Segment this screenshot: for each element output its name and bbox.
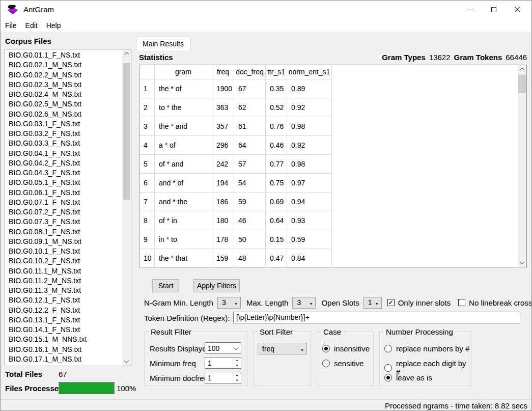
corpus-file-item[interactable]: BIO.G0.01.1_F_NS.txt <box>5 50 122 60</box>
ngram-min-length-select[interactable]: 3 <box>217 297 241 309</box>
corpus-file-item[interactable]: BIO.G0.02.3_M_NS.txt <box>5 80 122 90</box>
open-slots-label: Open Slots <box>321 298 359 307</box>
max-length-select[interactable]: 3 <box>292 297 316 309</box>
corpus-file-item[interactable]: BIO.G0.11.3_M_NS.txt <box>5 286 122 295</box>
file-list-scrollbar[interactable] <box>122 49 131 366</box>
corpus-file-item[interactable]: BIO.G0.03.2_F_NS.txt <box>5 129 122 139</box>
corpus-file-item[interactable]: BIO.G0.17.1_M_NS.txt <box>5 354 122 364</box>
minimum-freq-spinner[interactable]: 1 <box>205 357 241 369</box>
file-list-scrollbar-thumb[interactable] <box>123 63 130 200</box>
minimize-button[interactable] <box>459 0 482 19</box>
only-inner-slots-checkbox[interactable] <box>387 299 395 306</box>
replace-digits-radio[interactable] <box>384 364 392 372</box>
table-row[interactable]: 8of * in180460.640.93 <box>139 211 332 230</box>
no-linebreak-crossing-checkbox[interactable] <box>458 299 465 306</box>
start-button[interactable]: Start <box>152 279 179 292</box>
corpus-file-item[interactable]: BIO.G0.06.1_F_NS.txt <box>5 188 122 198</box>
corpus-file-item[interactable]: BIO.G0.02.6_M_NS.txt <box>5 109 122 119</box>
corpus-file-item[interactable]: BIO.G0.12.1_F_NS.txt <box>5 295 122 305</box>
total-files-label: Total Files <box>5 370 42 378</box>
files-processed-label: Files Processed <box>5 384 63 393</box>
results-table-header: gramfreqdoc_freqttr_s1norm_ent_s1 <box>139 65 332 79</box>
table-row[interactable]: 3the * and357610.760.98 <box>139 117 332 136</box>
spin-down-icon[interactable] <box>233 363 241 369</box>
corpus-file-item[interactable]: BIO.G0.10.1_F_NS.txt <box>5 246 122 256</box>
table-cell: 61 <box>234 117 266 135</box>
corpus-file-item[interactable]: BIO.G0.08.1_F_NS.txt <box>5 227 122 237</box>
apply-filters-button[interactable]: Apply Filters <box>193 279 240 292</box>
scroll-up-arrow-icon[interactable] <box>518 65 526 74</box>
token-definition-input[interactable]: [\p{Letter}\p{Number}]+ <box>233 312 520 323</box>
case-insensitive-radio[interactable] <box>322 345 330 352</box>
table-cell: the * of <box>155 79 212 98</box>
corpus-file-item[interactable]: BIO.G0.02.4_M_NS.txt <box>5 90 122 99</box>
corpus-file-item[interactable]: BIO.G0.09.1_M_NS.txt <box>5 237 122 246</box>
spinner-buttons[interactable] <box>233 372 241 383</box>
row-index-cell: 8 <box>139 211 155 230</box>
sort-filter-group: Sort Filter freq <box>253 332 311 386</box>
corpus-file-item[interactable]: BIO.G0.05.1_F_NS.txt <box>5 178 122 187</box>
table-row[interactable]: 5of * and242570.770.98 <box>139 155 332 174</box>
row-index-cell: 4 <box>139 136 155 154</box>
corpus-file-item[interactable]: BIO.G0.03.3_F_NS.txt <box>5 139 122 148</box>
corpus-file-item[interactable]: BIO.G0.12.2_F_NS.txt <box>5 306 122 315</box>
results-displayed-select[interactable]: 100 <box>205 342 241 354</box>
maximize-icon <box>491 7 496 12</box>
corpus-file-item[interactable]: BIO.G0.14.1_F_NS.txt <box>5 325 122 335</box>
case-sensitive-label: sensitive <box>334 359 363 368</box>
results-table-scrollbar-thumb[interactable] <box>518 75 526 93</box>
corpus-file-item[interactable]: BIO.G0.16.1_M_NS.txt <box>5 345 122 354</box>
case-sensitive-radio[interactable] <box>322 360 330 367</box>
row-index-cell: 2 <box>139 98 155 117</box>
replace-numbers-radio[interactable] <box>384 345 392 352</box>
corpus-file-item[interactable]: BIO.G0.07.2_F_NS.txt <box>5 207 122 217</box>
minimum-docfreq-spinner[interactable]: 1 <box>205 372 241 383</box>
scroll-down-arrow-icon[interactable] <box>518 258 526 267</box>
corpus-file-item[interactable]: BIO.G0.15.1_M_NNS.txt <box>5 335 122 344</box>
table-cell: 180 <box>212 211 234 230</box>
corpus-file-list[interactable]: BIO.G0.01.1_F_NS.txtBIO.G0.02.1_M_NS.txt… <box>5 49 131 366</box>
table-row[interactable]: 2to * the363620.520.92 <box>139 98 332 117</box>
corpus-file-item[interactable]: BIO.G0.04.2_F_NS.txt <box>5 158 122 168</box>
corpus-file-item[interactable]: BIO.G0.02.2_M_NS.txt <box>5 70 122 80</box>
corpus-file-item[interactable]: BIO.G0.10.2_F_NS.txt <box>5 256 122 266</box>
results-table-scrollbar[interactable] <box>518 65 526 267</box>
corpus-file-item[interactable]: BIO.G0.04.3_F_NS.txt <box>5 168 122 178</box>
menu-file[interactable]: File <box>5 21 17 30</box>
corpus-file-item[interactable]: BIO.G0.18.1_M_NS.txt <box>5 364 122 366</box>
open-slots-select[interactable]: 1 <box>363 297 382 309</box>
dropdown-arrow-icon <box>298 345 306 353</box>
leave-as-is-radio[interactable] <box>384 374 392 381</box>
corpus-file-item[interactable]: BIO.G0.02.5_M_NS.txt <box>5 99 122 109</box>
corpus-file-item[interactable]: BIO.G0.11.1_M_NS.txt <box>5 266 122 276</box>
corpus-file-item[interactable]: BIO.G0.07.1_F_NS.txt <box>5 198 122 207</box>
table-row[interactable]: 10the * that159480.470.84 <box>139 249 332 267</box>
sort-filter-select[interactable]: freq <box>258 343 307 354</box>
table-row[interactable]: 9in * to178500.150.59 <box>139 230 332 249</box>
corpus-file-item[interactable]: BIO.G0.02.1_M_NS.txt <box>5 60 122 70</box>
close-button[interactable] <box>506 0 529 19</box>
results-table[interactable]: gramfreqdoc_freqttr_s1norm_ent_s1 1the *… <box>139 65 527 267</box>
table-row[interactable]: 7and * the186590.690.94 <box>139 193 332 211</box>
table-row[interactable]: 1the * of1900670.350.89 <box>139 79 332 98</box>
maximize-button[interactable] <box>482 0 506 19</box>
menu-help[interactable]: Help <box>46 21 61 30</box>
tab-main-results[interactable]: Main Results <box>136 37 190 50</box>
menu-edit[interactable]: Edit <box>25 21 38 30</box>
table-row[interactable]: 6and * of194540.750.97 <box>139 174 332 193</box>
spin-up-icon[interactable] <box>233 358 241 363</box>
corpus-file-item[interactable]: BIO.G0.03.1_F_NS.txt <box>5 119 122 129</box>
spinner-buttons[interactable] <box>233 358 241 368</box>
table-cell: 59 <box>234 193 266 211</box>
corpus-file-item[interactable]: BIO.G0.13.1_F_NS.txt <box>5 315 122 325</box>
spin-up-icon[interactable] <box>233 372 241 378</box>
scroll-up-arrow-icon[interactable] <box>122 49 131 58</box>
table-row[interactable]: 4a * of296640.460.92 <box>139 136 332 155</box>
scroll-down-arrow-icon[interactable] <box>122 357 131 366</box>
corpus-file-item[interactable]: BIO.G0.04.1_F_NS.txt <box>5 149 122 158</box>
table-cell: 67 <box>234 79 266 98</box>
corpus-file-item[interactable]: BIO.G0.07.3_F_NS.txt <box>5 217 122 227</box>
spin-down-icon[interactable] <box>233 378 241 383</box>
corpus-file-item[interactable]: BIO.G0.11.2_M_NS.txt <box>5 276 122 286</box>
sort-filter-group-label: Sort Filter <box>258 327 295 336</box>
